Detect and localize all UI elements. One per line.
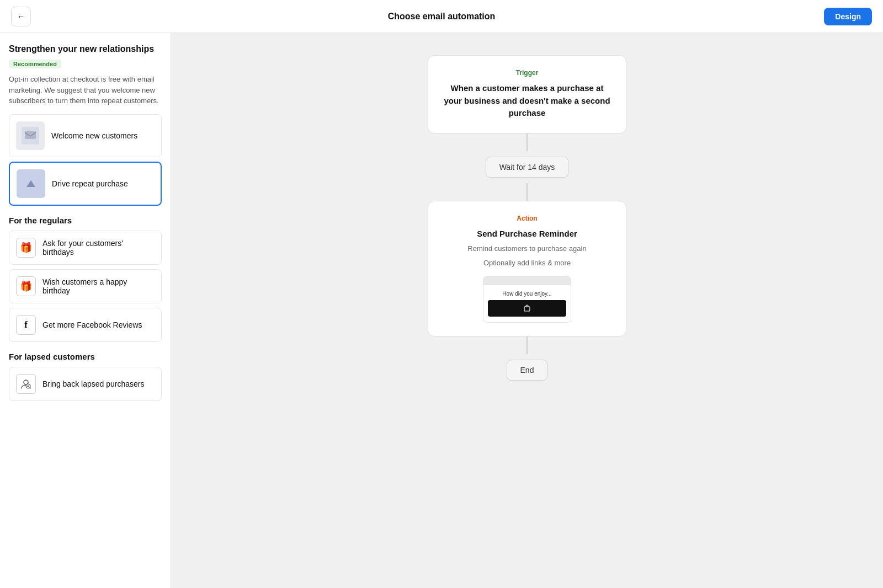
header: ← Choose email automation Design	[0, 0, 883, 33]
automation-card-birthday-wish[interactable]: 🎁 Wish customers a happy birthday	[9, 269, 162, 303]
connector-3	[526, 336, 528, 354]
back-icon: ←	[17, 12, 25, 21]
birthday-ask-icon: 🎁	[16, 238, 36, 258]
connector-1	[526, 133, 528, 151]
section3-title: For lapsed customers	[9, 352, 162, 361]
trigger-text: When a customer makes a purchase at your…	[442, 82, 613, 120]
action-label: Action	[442, 215, 613, 222]
facebook-icon: f	[16, 315, 36, 335]
wait-row: Wait for 14 days	[486, 151, 569, 183]
email-preview: How did you enjoy...	[483, 276, 571, 323]
sidebar: Strengthen your new relationships Recomm…	[0, 33, 171, 588]
connector-2	[526, 183, 528, 201]
email-preview-cta	[488, 300, 566, 317]
card-label-birthday-ask: Ask for your customers' birthdays	[42, 239, 155, 256]
birthday-wish-icon: 🎁	[16, 276, 36, 296]
automation-card-welcome[interactable]: Welcome new customers	[9, 114, 162, 157]
email-preview-body: How did you enjoy...	[483, 285, 571, 322]
section2-title: For the regulars	[9, 216, 162, 225]
automation-card-birthday-ask[interactable]: 🎁 Ask for your customers' birthdays	[9, 231, 162, 265]
lapsed-icon	[16, 374, 36, 394]
layout: Strengthen your new relationships Recomm…	[0, 33, 883, 588]
svg-rect-1	[25, 131, 36, 139]
card-label-birthday-wish: Wish customers a happy birthday	[42, 277, 155, 295]
end-badge: End	[507, 360, 548, 381]
page-title: Choose email automation	[388, 12, 496, 22]
automation-card-facebook[interactable]: f Get more Facebook Reviews	[9, 308, 162, 342]
section1-title: Strengthen your new relationships	[9, 44, 162, 54]
action-subtitle2: Optionally add links & more	[442, 258, 613, 269]
back-button[interactable]: ←	[11, 7, 31, 26]
action-title: Send Purchase Reminder	[442, 228, 613, 240]
main-content: Trigger When a customer makes a purchase…	[171, 33, 883, 588]
action-subtitle1: Remind customers to purchase again	[442, 243, 613, 254]
flow-container: Trigger When a customer makes a purchase…	[361, 55, 693, 386]
end-row: End	[507, 354, 548, 386]
card-thumbnail-welcome	[16, 121, 45, 150]
design-button[interactable]: Design	[824, 8, 872, 25]
email-preview-top	[483, 276, 571, 285]
card-label-facebook: Get more Facebook Reviews	[42, 320, 142, 329]
svg-rect-7	[524, 307, 530, 311]
recommended-badge: Recommended	[9, 60, 61, 68]
trigger-label: Trigger	[442, 69, 613, 77]
wait-badge: Wait for 14 days	[486, 157, 569, 178]
card-thumbnail-repeat	[17, 169, 45, 198]
trigger-card: Trigger When a customer makes a purchase…	[428, 55, 626, 133]
card-label-welcome: Welcome new customers	[51, 131, 137, 140]
email-preview-text: How did you enjoy...	[502, 291, 551, 297]
card-label-repeat: Drive repeat purchase	[52, 179, 128, 188]
action-card: Action Send Purchase Reminder Remind cus…	[428, 201, 626, 337]
automation-card-lapsed[interactable]: Bring back lapsed purchasers	[9, 367, 162, 401]
automation-card-repeat[interactable]: Drive repeat purchase	[9, 162, 162, 206]
card-label-lapsed: Bring back lapsed purchasers	[42, 379, 144, 388]
sidebar-description: Opt-in collection at checkout is free wi…	[9, 74, 162, 106]
